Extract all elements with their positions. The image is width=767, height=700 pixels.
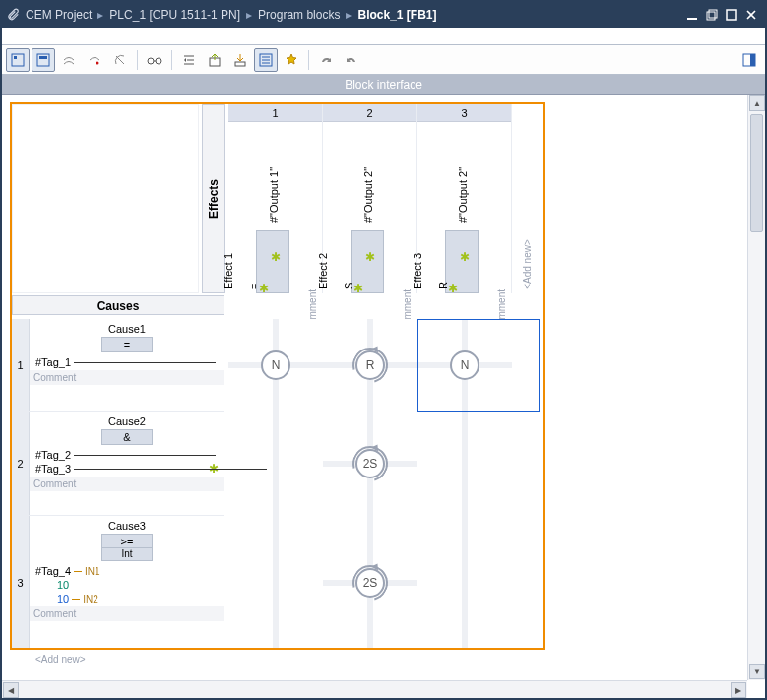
breadcrumb-2[interactable]: Program blocks: [258, 8, 340, 22]
cause-comment[interactable]: Comment: [30, 477, 224, 491]
tb-btn-indent[interactable]: [177, 48, 201, 72]
effect-name: Effect 2: [317, 253, 329, 289]
svg-point-10: [156, 58, 161, 64]
horizontal-scrollbar[interactable]: ◀ ▶: [2, 680, 747, 698]
causes-label: Causes: [97, 299, 140, 313]
tb-btn-download[interactable]: [228, 48, 252, 72]
svg-rect-12: [235, 62, 245, 66]
matrix-cell-3-3[interactable]: [417, 516, 512, 650]
effect-output: #"Output 1": [268, 167, 280, 223]
effect-col-3[interactable]: 3 #"Output 2" ✱ ✱ Effect 3 R mment: [417, 104, 512, 293]
matrix-cell-1-2[interactable]: R: [323, 319, 417, 412]
tb-btn-undo[interactable]: [340, 48, 363, 72]
svg-rect-2: [709, 10, 717, 18]
cause-op: >= Int: [101, 534, 153, 561]
tb-btn-export[interactable]: [203, 48, 226, 72]
cause-add-new[interactable]: <Add new>: [12, 650, 224, 668]
causes-tab[interactable]: Causes: [12, 295, 224, 315]
tb-btn-3[interactable]: [57, 48, 81, 72]
svg-rect-5: [14, 56, 17, 59]
effect-add-new[interactable]: <Add new>: [512, 104, 542, 293]
corner-empty: [12, 104, 199, 293]
cause-row-1[interactable]: 1 Cause1 = #Tag_1 Comment: [12, 319, 224, 412]
tb-btn-2[interactable]: [32, 48, 55, 72]
tag-label: #Tag_4: [35, 565, 71, 577]
block-interface-band[interactable]: Block interface: [2, 75, 765, 95]
svg-rect-6: [37, 54, 49, 66]
maximize-button[interactable]: [722, 5, 741, 25]
breadcrumb-1[interactable]: PLC_1 [CPU 1511-1 PN]: [109, 8, 240, 22]
scroll-down-button[interactable]: ▼: [749, 664, 765, 679]
matrix-cell-1-1[interactable]: N: [228, 319, 323, 412]
selection-box: [417, 319, 540, 412]
tag-label: #Tag_2: [35, 449, 71, 461]
vertical-scrollbar[interactable]: ▲ ▼: [747, 95, 765, 680]
tb-btn-list[interactable]: [254, 48, 278, 72]
svg-rect-1: [707, 12, 715, 20]
effect-output: #"Output 2": [457, 167, 469, 223]
svg-rect-7: [39, 56, 47, 59]
minimize-button[interactable]: [682, 5, 702, 25]
toolbar: [2, 45, 765, 75]
tag-label: #Tag_1: [35, 356, 71, 368]
cem-matrix: N R N 2S: [228, 319, 512, 650]
attach-icon: [6, 8, 20, 22]
star-icon: ✱: [259, 283, 267, 290]
matrix-cell-2-2[interactable]: 2S: [323, 412, 417, 516]
cause-comment[interactable]: Comment: [30, 606, 224, 621]
scroll-up-button[interactable]: ▲: [749, 95, 765, 111]
scroll-left-button[interactable]: ◀: [3, 682, 19, 698]
node-N[interactable]: N: [261, 350, 290, 380]
effect-num: 2: [323, 104, 416, 122]
svg-rect-0: [687, 18, 697, 20]
tb-btn-1[interactable]: [6, 48, 30, 72]
cause-op: &: [101, 429, 153, 445]
star-icon: ✱: [353, 283, 361, 290]
cause-op: =: [101, 337, 153, 352]
breadcrumb-0[interactable]: CEM Project: [26, 8, 92, 22]
node-2S[interactable]: 2S: [355, 449, 385, 478]
effect-comment: mment: [496, 289, 507, 320]
pin-label: IN2: [83, 594, 98, 605]
effect-box: ✱ ✱: [256, 230, 289, 293]
scroll-right-button[interactable]: ▶: [731, 682, 746, 698]
effect-col-2[interactable]: 2 #"Output 2" ✱ ✱ Effect 2 S mment: [323, 104, 417, 293]
effects-area: 1 #"Output 1" ✱ ✱ Effect 1 = mment 2: [228, 104, 542, 293]
causes-area: 1 Cause1 = #Tag_1 Comment 2 Cause2: [12, 319, 224, 668]
star-icon: ✱: [271, 251, 279, 259]
svg-point-9: [148, 58, 154, 64]
matrix-cell-2-1[interactable]: [228, 412, 323, 516]
matrix-cell-2-3[interactable]: [417, 412, 512, 516]
cause-num: 3: [12, 516, 30, 649]
cause-row-3[interactable]: 3 Cause3 >= Int #Tag_4IN1 10 10IN2 Comme…: [12, 516, 224, 650]
restore-button[interactable]: [702, 5, 722, 25]
tb-btn-glasses[interactable]: [143, 48, 166, 72]
tb-btn-panel[interactable]: [737, 48, 761, 72]
scroll-thumb[interactable]: [750, 114, 763, 232]
matrix-cell-3-2[interactable]: 2S: [323, 516, 417, 650]
pin-label: IN1: [85, 566, 100, 577]
effect-box: ✱ ✱: [445, 230, 479, 293]
svg-rect-15: [750, 54, 755, 66]
tb-btn-4[interactable]: [83, 48, 106, 72]
close-button[interactable]: [741, 5, 761, 25]
cause-name: Cause3: [35, 520, 219, 532]
effect-box: ✱ ✱: [351, 230, 384, 293]
effect-name: Effect 1: [223, 253, 234, 289]
svg-rect-3: [727, 10, 736, 20]
node-R[interactable]: R: [355, 350, 385, 380]
tb-btn-5[interactable]: [108, 48, 132, 72]
effect-comment: mment: [402, 289, 413, 320]
effect-output: #"Output 2": [362, 167, 374, 223]
matrix-cell-3-1[interactable]: [228, 516, 323, 650]
breadcrumb-3[interactable]: Block_1 [FB1]: [357, 8, 436, 22]
cause-num: 2: [12, 412, 30, 515]
cause-row-2[interactable]: 2 Cause2 & #Tag_2 #Tag_3✱ Comment: [12, 412, 224, 516]
svg-rect-4: [12, 54, 24, 66]
tb-btn-fav[interactable]: [280, 48, 303, 72]
tb-btn-redo[interactable]: [314, 48, 338, 72]
effect-col-1[interactable]: 1 #"Output 1" ✱ ✱ Effect 1 = mment: [228, 104, 323, 293]
node-2S[interactable]: 2S: [355, 568, 385, 598]
cause-comment[interactable]: Comment: [30, 370, 224, 385]
block-interface-label: Block interface: [345, 78, 422, 92]
